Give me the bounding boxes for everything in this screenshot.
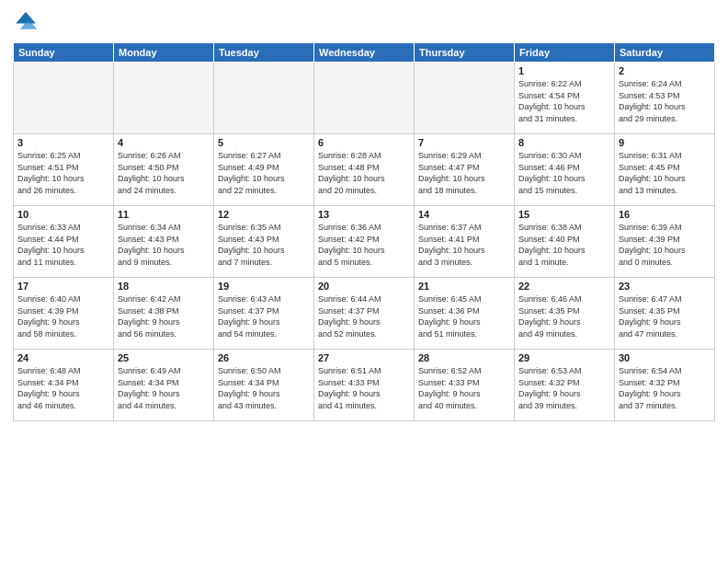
day-number: 4 <box>118 137 210 148</box>
day-info: Sunrise: 6:25 AM Sunset: 4:51 PM Dayligh… <box>17 150 109 196</box>
calendar-cell: 12Sunrise: 6:35 AM Sunset: 4:43 PM Dayli… <box>214 206 314 278</box>
calendar-cell <box>314 63 415 134</box>
day-info: Sunrise: 6:26 AM Sunset: 4:50 PM Dayligh… <box>118 150 210 196</box>
day-info: Sunrise: 6:35 AM Sunset: 4:43 PM Dayligh… <box>218 222 310 268</box>
calendar-week-5: 24Sunrise: 6:48 AM Sunset: 4:34 PM Dayli… <box>14 350 715 421</box>
day-number: 23 <box>619 281 711 292</box>
calendar-cell <box>415 63 515 134</box>
day-number: 30 <box>619 352 711 363</box>
calendar-cell: 9Sunrise: 6:31 AM Sunset: 4:45 PM Daylig… <box>615 134 715 206</box>
day-number: 16 <box>619 209 711 220</box>
calendar-cell: 14Sunrise: 6:37 AM Sunset: 4:41 PM Dayli… <box>415 206 515 278</box>
day-number: 7 <box>418 137 510 148</box>
day-info: Sunrise: 6:53 AM Sunset: 4:32 PM Dayligh… <box>518 365 610 411</box>
day-number: 13 <box>318 209 410 220</box>
calendar-cell: 17Sunrise: 6:40 AM Sunset: 4:39 PM Dayli… <box>14 278 114 350</box>
day-number: 18 <box>118 281 210 292</box>
calendar-cell: 29Sunrise: 6:53 AM Sunset: 4:32 PM Dayli… <box>515 350 615 421</box>
day-info: Sunrise: 6:27 AM Sunset: 4:49 PM Dayligh… <box>218 150 310 196</box>
day-info: Sunrise: 6:42 AM Sunset: 4:38 PM Dayligh… <box>118 293 210 339</box>
calendar-cell: 5Sunrise: 6:27 AM Sunset: 4:49 PM Daylig… <box>214 134 314 206</box>
calendar-cell: 26Sunrise: 6:50 AM Sunset: 4:34 PM Dayli… <box>214 350 314 421</box>
calendar-cell: 15Sunrise: 6:38 AM Sunset: 4:40 PM Dayli… <box>515 206 615 278</box>
calendar-cell: 6Sunrise: 6:28 AM Sunset: 4:48 PM Daylig… <box>314 134 415 206</box>
day-info: Sunrise: 6:44 AM Sunset: 4:37 PM Dayligh… <box>318 293 410 339</box>
day-number: 2 <box>619 65 711 76</box>
calendar-cell: 1Sunrise: 6:22 AM Sunset: 4:54 PM Daylig… <box>515 63 615 134</box>
day-number: 12 <box>218 209 310 220</box>
day-number: 17 <box>17 281 109 292</box>
day-info: Sunrise: 6:29 AM Sunset: 4:47 PM Dayligh… <box>418 150 510 196</box>
calendar-header-tuesday: Tuesday <box>214 43 314 63</box>
calendar-cell <box>214 63 314 134</box>
day-number: 20 <box>318 281 410 292</box>
day-info: Sunrise: 6:33 AM Sunset: 4:44 PM Dayligh… <box>17 222 109 268</box>
day-number: 27 <box>318 352 410 363</box>
calendar-cell: 16Sunrise: 6:39 AM Sunset: 4:39 PM Dayli… <box>615 206 715 278</box>
header <box>13 9 715 35</box>
day-number: 6 <box>318 137 410 148</box>
calendar-cell <box>14 63 114 134</box>
calendar-cell: 3Sunrise: 6:25 AM Sunset: 4:51 PM Daylig… <box>14 134 114 206</box>
day-info: Sunrise: 6:22 AM Sunset: 4:54 PM Dayligh… <box>518 78 610 124</box>
logo-icon <box>13 9 39 35</box>
day-number: 11 <box>118 209 210 220</box>
day-number: 14 <box>418 209 510 220</box>
day-number: 19 <box>218 281 310 292</box>
calendar-cell: 22Sunrise: 6:46 AM Sunset: 4:35 PM Dayli… <box>515 278 615 350</box>
calendar-cell: 7Sunrise: 6:29 AM Sunset: 4:47 PM Daylig… <box>415 134 515 206</box>
calendar-cell: 11Sunrise: 6:34 AM Sunset: 4:43 PM Dayli… <box>114 206 214 278</box>
calendar-cell: 21Sunrise: 6:45 AM Sunset: 4:36 PM Dayli… <box>415 278 515 350</box>
day-info: Sunrise: 6:30 AM Sunset: 4:46 PM Dayligh… <box>518 150 610 196</box>
day-info: Sunrise: 6:46 AM Sunset: 4:35 PM Dayligh… <box>518 293 610 339</box>
day-number: 22 <box>518 281 610 292</box>
calendar-cell: 19Sunrise: 6:43 AM Sunset: 4:37 PM Dayli… <box>214 278 314 350</box>
day-number: 25 <box>118 352 210 363</box>
day-number: 28 <box>418 352 510 363</box>
day-number: 10 <box>17 209 109 220</box>
calendar-cell: 10Sunrise: 6:33 AM Sunset: 4:44 PM Dayli… <box>14 206 114 278</box>
day-info: Sunrise: 6:43 AM Sunset: 4:37 PM Dayligh… <box>218 293 310 339</box>
day-info: Sunrise: 6:34 AM Sunset: 4:43 PM Dayligh… <box>118 222 210 268</box>
day-info: Sunrise: 6:40 AM Sunset: 4:39 PM Dayligh… <box>17 293 109 339</box>
calendar-header-thursday: Thursday <box>415 43 515 63</box>
day-number: 21 <box>418 281 510 292</box>
calendar-header-sunday: Sunday <box>14 43 114 63</box>
calendar-cell: 13Sunrise: 6:36 AM Sunset: 4:42 PM Dayli… <box>314 206 415 278</box>
calendar-cell: 27Sunrise: 6:51 AM Sunset: 4:33 PM Dayli… <box>314 350 415 421</box>
calendar-week-4: 17Sunrise: 6:40 AM Sunset: 4:39 PM Dayli… <box>14 278 715 350</box>
day-number: 26 <box>218 352 310 363</box>
day-info: Sunrise: 6:52 AM Sunset: 4:33 PM Dayligh… <box>418 365 510 411</box>
calendar-cell: 4Sunrise: 6:26 AM Sunset: 4:50 PM Daylig… <box>114 134 214 206</box>
day-info: Sunrise: 6:39 AM Sunset: 4:39 PM Dayligh… <box>619 222 711 268</box>
calendar-week-3: 10Sunrise: 6:33 AM Sunset: 4:44 PM Dayli… <box>14 206 715 278</box>
calendar-cell: 20Sunrise: 6:44 AM Sunset: 4:37 PM Dayli… <box>314 278 415 350</box>
calendar-week-1: 1Sunrise: 6:22 AM Sunset: 4:54 PM Daylig… <box>14 63 715 134</box>
calendar-cell: 18Sunrise: 6:42 AM Sunset: 4:38 PM Dayli… <box>114 278 214 350</box>
calendar-header-friday: Friday <box>515 43 615 63</box>
day-number: 3 <box>17 137 109 148</box>
day-info: Sunrise: 6:47 AM Sunset: 4:35 PM Dayligh… <box>619 293 711 339</box>
calendar-table: SundayMondayTuesdayWednesdayThursdayFrid… <box>13 42 715 421</box>
day-number: 29 <box>518 352 610 363</box>
page: SundayMondayTuesdayWednesdayThursdayFrid… <box>0 0 728 563</box>
calendar-header-row: SundayMondayTuesdayWednesdayThursdayFrid… <box>14 43 715 63</box>
day-info: Sunrise: 6:36 AM Sunset: 4:42 PM Dayligh… <box>318 222 410 268</box>
calendar-cell: 30Sunrise: 6:54 AM Sunset: 4:32 PM Dayli… <box>615 350 715 421</box>
day-info: Sunrise: 6:28 AM Sunset: 4:48 PM Dayligh… <box>318 150 410 196</box>
calendar-cell: 25Sunrise: 6:49 AM Sunset: 4:34 PM Dayli… <box>114 350 214 421</box>
day-info: Sunrise: 6:37 AM Sunset: 4:41 PM Dayligh… <box>418 222 510 268</box>
day-info: Sunrise: 6:45 AM Sunset: 4:36 PM Dayligh… <box>418 293 510 339</box>
calendar-cell <box>114 63 214 134</box>
day-number: 24 <box>17 352 109 363</box>
day-number: 9 <box>619 137 711 148</box>
calendar-header-wednesday: Wednesday <box>314 43 415 63</box>
day-number: 15 <box>518 209 610 220</box>
calendar-cell: 23Sunrise: 6:47 AM Sunset: 4:35 PM Dayli… <box>615 278 715 350</box>
calendar-header-saturday: Saturday <box>615 43 715 63</box>
day-number: 5 <box>218 137 310 148</box>
day-number: 1 <box>518 65 610 76</box>
day-info: Sunrise: 6:54 AM Sunset: 4:32 PM Dayligh… <box>619 365 711 411</box>
day-info: Sunrise: 6:31 AM Sunset: 4:45 PM Dayligh… <box>619 150 711 196</box>
day-info: Sunrise: 6:49 AM Sunset: 4:34 PM Dayligh… <box>118 365 210 411</box>
